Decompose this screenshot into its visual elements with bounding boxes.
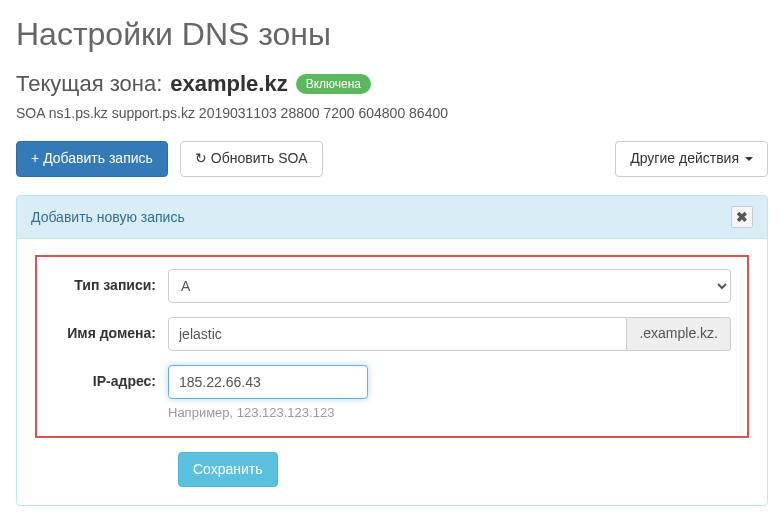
status-badge: Включена xyxy=(296,74,371,94)
form-row-domain-name: Имя домена: .example.kz. xyxy=(53,317,731,351)
add-record-button[interactable]: + Добавить запись xyxy=(16,141,168,177)
domain-name-label: Имя домена: xyxy=(53,317,168,341)
ip-address-label: IP-адрес: xyxy=(53,365,168,389)
panel-title: Добавить новую запись xyxy=(31,209,731,225)
domain-suffix-addon: .example.kz. xyxy=(627,317,731,351)
add-record-panel: Добавить новую запись ✖ Тип записи: A Им… xyxy=(16,195,768,507)
close-panel-button[interactable]: ✖ xyxy=(731,206,753,228)
panel-heading: Добавить новую запись ✖ xyxy=(17,196,767,239)
other-actions-button[interactable]: Другие действия xyxy=(615,141,768,177)
form-row-ip-address: IP-адрес: Например, 123.123.123.123 xyxy=(53,365,731,420)
ip-address-input[interactable] xyxy=(168,365,368,399)
close-icon: ✖ xyxy=(736,209,748,225)
record-type-label: Тип записи: xyxy=(53,269,168,293)
save-button[interactable]: Сохранить xyxy=(178,452,278,488)
refresh-icon: ↻ xyxy=(195,149,207,169)
chevron-down-icon xyxy=(745,157,753,161)
form-highlight-box: Тип записи: A Имя домена: .example.kz. xyxy=(35,255,749,438)
page-title: Настройки DNS зоны xyxy=(16,16,768,53)
plus-icon: + xyxy=(31,149,39,169)
domain-name-input-group: .example.kz. xyxy=(168,317,731,351)
save-row: Сохранить xyxy=(178,452,749,488)
other-actions-label: Другие действия xyxy=(630,149,739,169)
refresh-soa-label: Обновить SOA xyxy=(211,149,308,169)
soa-record-line: SOA ns1.ps.kz support.ps.kz 2019031103 2… xyxy=(16,105,768,121)
toolbar: + Добавить запись ↻ Обновить SOA Другие … xyxy=(16,141,768,177)
form-row-record-type: Тип записи: A xyxy=(53,269,731,303)
panel-body: Тип записи: A Имя домена: .example.kz. xyxy=(17,239,767,506)
refresh-soa-button[interactable]: ↻ Обновить SOA xyxy=(180,141,323,177)
current-zone-name: example.kz xyxy=(170,71,287,97)
record-type-select[interactable]: A xyxy=(168,269,731,303)
current-zone-label: Текущая зона: xyxy=(16,71,162,97)
ip-address-hint: Например, 123.123.123.123 xyxy=(168,405,731,420)
add-record-label: Добавить запись xyxy=(43,149,153,169)
domain-name-input[interactable] xyxy=(168,317,627,351)
current-zone-heading: Текущая зона: example.kz Включена xyxy=(16,71,768,97)
